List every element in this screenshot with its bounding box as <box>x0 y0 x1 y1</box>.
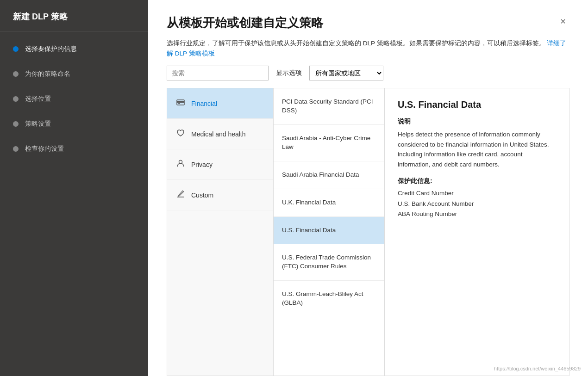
detail-protect-items: Credit Card NumberU.S. Bank Account Numb… <box>398 188 556 220</box>
filter-row: 显示选项 所有国家或地区 <box>148 66 588 88</box>
sidebar-step-step-4[interactable]: 策略设置 <box>0 111 148 136</box>
privacy-icon <box>175 159 186 170</box>
protect-item: ABA Routing Number <box>398 209 556 220</box>
template-item-pci[interactable]: PCI Data Security Standard (PCI DSS) <box>274 88 384 125</box>
custom-icon <box>175 189 186 201</box>
step-label: 检查你的设置 <box>25 145 64 153</box>
modal-header: 从模板开始或创建自定义策略 × <box>148 0 588 38</box>
sidebar-step-step-1[interactable]: 选择要保护的信息 <box>0 37 148 62</box>
sidebar: 新建 DLP 策略 选择要保护的信息为你的策略命名选择位置策略设置检查你的设置 <box>0 0 148 376</box>
step-dot <box>13 46 19 52</box>
step-label: 策略设置 <box>25 120 51 128</box>
template-item-us-glba[interactable]: U.S. Gramm-Leach-Bliley Act (GLBA) <box>274 281 384 317</box>
template-item-us-ftc[interactable]: U.S. Federal Trade Commission (FTC) Cons… <box>274 244 384 281</box>
filter-select[interactable]: 所有国家或地区 <box>309 66 383 80</box>
template-list: PCI Data Security Standard (PCI DSS)Saud… <box>274 88 385 376</box>
svg-rect-1 <box>177 101 184 103</box>
detail-title: U.S. Financial Data <box>398 99 556 110</box>
detail-desc-label: 说明 <box>398 117 556 126</box>
template-item-saudi-financial[interactable]: Saudi Arabia Financial Data <box>274 161 384 189</box>
medical-icon <box>175 128 186 140</box>
category-label: Privacy <box>191 161 213 168</box>
sidebar-step-step-2[interactable]: 为你的策略命名 <box>0 62 148 86</box>
sidebar-step-step-5[interactable]: 检查你的设置 <box>0 136 148 161</box>
template-item-us-financial[interactable]: U.S. Financial Data <box>274 217 384 245</box>
step-dot <box>13 146 19 152</box>
step-dot <box>13 96 19 102</box>
step-label: 选择要保护的信息 <box>25 45 77 53</box>
detail-protect-label: 保护此信息: <box>398 177 556 185</box>
step-dot <box>13 71 19 77</box>
sidebar-title: 新建 DLP 策略 <box>0 0 148 32</box>
detail-description: Helps detect the presence of information… <box>398 129 556 169</box>
category-label: Custom <box>191 191 213 199</box>
category-list: FinancialMedical and healthPrivacyCustom <box>167 88 274 376</box>
category-item-custom[interactable]: Custom <box>167 180 273 210</box>
step-label: 为你的策略命名 <box>25 70 70 78</box>
step-dot <box>13 121 19 127</box>
category-item-medical[interactable]: Medical and health <box>167 119 273 149</box>
step-label: 选择位置 <box>25 95 51 103</box>
content-area: FinancialMedical and healthPrivacyCustom… <box>167 88 569 376</box>
template-item-uk-financial[interactable]: U.K. Financial Data <box>274 189 384 217</box>
close-button[interactable]: × <box>557 15 569 28</box>
template-item-saudi-anti-cyber[interactable]: Saudi Arabia - Anti-Cyber Crime Law <box>274 125 384 161</box>
category-label: Financial <box>191 100 217 107</box>
detail-panel: U.S. Financial Data 说明 Helps detect the … <box>385 88 569 376</box>
sidebar-step-step-3[interactable]: 选择位置 <box>0 86 148 111</box>
svg-rect-2 <box>178 103 180 104</box>
main-panel: 从模板开始或创建自定义策略 × 选择行业规定，了解可用于保护该信息或从头开始创建… <box>148 0 588 376</box>
category-item-privacy[interactable]: Privacy <box>167 149 273 180</box>
sidebar-steps: 选择要保护的信息为你的策略命名选择位置策略设置检查你的设置 <box>0 37 148 161</box>
modal-description: 选择行业规定，了解可用于保护该信息或从头开始创建自定义策略的 DLP 策略模板。… <box>148 38 588 66</box>
category-label: Medical and health <box>191 130 246 138</box>
category-item-financial[interactable]: Financial <box>167 88 273 119</box>
financial-icon <box>175 98 186 109</box>
protect-item: U.S. Bank Account Number <box>398 199 556 210</box>
watermark: https://blog.csdn.net/weixin_44659829 <box>494 366 581 371</box>
protect-item: Credit Card Number <box>398 188 556 199</box>
search-input[interactable] <box>167 66 269 80</box>
modal-title: 从模板开始或创建自定义策略 <box>167 15 323 31</box>
filter-label: 显示选项 <box>276 69 302 77</box>
